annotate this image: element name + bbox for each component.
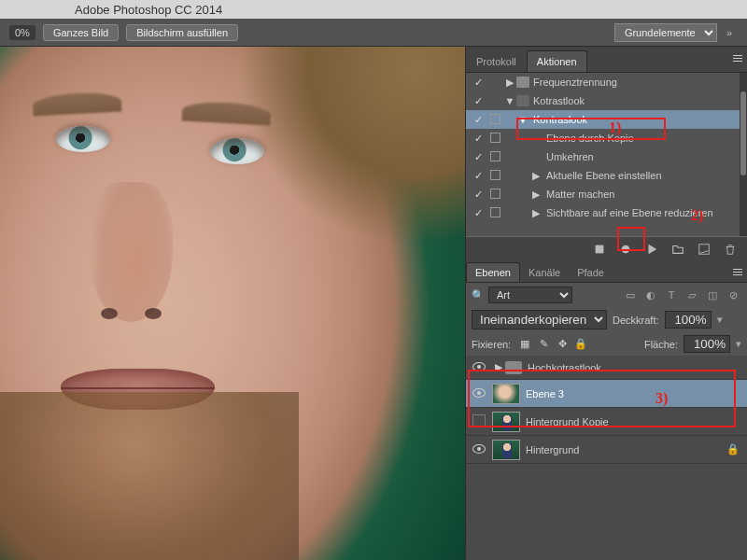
filter-adjust-icon[interactable]: ◐ [642, 287, 659, 303]
filter-smart-icon[interactable]: ◫ [704, 287, 721, 303]
layer-list[interactable]: ▶HochkotrastlookEbene 3Hintergrund Kopie… [466, 356, 747, 560]
modal-toggle[interactable] [486, 133, 503, 145]
action-row[interactable]: ✓▶Sichtbare auf eine Ebene reduzieren [466, 203, 747, 222]
layer-filter-kind[interactable]: Art [488, 287, 572, 303]
chevron-down-icon[interactable]: ▾ [736, 338, 741, 350]
filter-toggle-icon[interactable]: ⊘ [725, 287, 741, 303]
check-icon[interactable]: ✓ [470, 77, 486, 89]
action-row[interactable]: ✓Ebene durch Kopie [466, 129, 747, 147]
check-icon[interactable]: ✓ [470, 114, 486, 126]
fill-screen-button[interactable]: Bildschirm ausfüllen [126, 24, 238, 41]
fill-label: Fläche: [644, 339, 678, 350]
check-icon[interactable]: ✓ [470, 151, 486, 163]
stop-icon[interactable] [586, 239, 613, 259]
layer-thumbnail[interactable] [492, 384, 520, 404]
visibility-toggle[interactable] [466, 388, 492, 399]
action-label: Umkehren [543, 151, 747, 162]
action-label: Sichtbare auf eine Ebene reduzieren [543, 207, 747, 218]
opacity-input[interactable] [665, 311, 712, 329]
modal-toggle[interactable] [486, 151, 503, 163]
modal-toggle[interactable] [486, 170, 503, 182]
eye-icon [472, 388, 486, 398]
tab-paths[interactable]: Pfade [569, 263, 613, 282]
action-row[interactable]: ✓Umkehren [466, 147, 747, 166]
expander-icon[interactable]: ▶ [492, 361, 505, 373]
expander-icon[interactable]: ▼ [503, 95, 516, 106]
expander-icon[interactable]: ▼ [516, 114, 529, 125]
lock-icon: 🔒 [726, 443, 741, 455]
expander-icon[interactable]: ▶ [503, 77, 516, 89]
fill-input[interactable] [684, 335, 730, 353]
layer-name[interactable]: Hintergrund [526, 444, 726, 455]
folder-icon [516, 77, 529, 88]
filter-type-icon[interactable]: T [663, 287, 680, 303]
layer-group[interactable]: ▶Hochkotrastlook [466, 356, 747, 380]
action-row[interactable]: ✓▼Kotrastlook [466, 91, 747, 110]
lock-position-icon[interactable]: ✥ [556, 338, 569, 351]
layer-blend-row: Ineinanderkopieren Deckkraft: ▾ [466, 307, 747, 332]
action-row[interactable]: ✓▶Matter machen [466, 185, 747, 203]
zoom-level[interactable]: 0% [9, 25, 35, 40]
layer-item[interactable]: Hintergrund Kopie [466, 408, 747, 436]
check-icon[interactable]: ✓ [470, 95, 486, 107]
layer-item[interactable]: Hintergrund🔒 [466, 436, 747, 464]
layer-name[interactable]: Hintergrund Kopie [526, 416, 747, 427]
panel-menu-icon[interactable] [730, 264, 745, 279]
action-row[interactable]: ✓▶Aktuelle Ebene einstellen [466, 166, 747, 185]
play-icon[interactable] [639, 239, 665, 259]
layers-panel-tabs: Ebenen Kanäle Pfade [466, 260, 747, 283]
visibility-toggle[interactable] [466, 362, 492, 373]
action-label: Ebene durch Kopie [543, 133, 747, 144]
modal-toggle[interactable] [486, 207, 503, 219]
tab-channels[interactable]: Kanäle [520, 263, 569, 282]
filter-shape-icon[interactable]: ▱ [684, 287, 700, 303]
visibility-toggle[interactable] [466, 444, 492, 455]
layer-name[interactable]: Ebene 3 [526, 388, 747, 399]
check-icon[interactable]: ✓ [470, 133, 486, 145]
workspace-search-icon[interactable]: » [721, 27, 738, 38]
tab-actions[interactable]: Aktionen [527, 50, 587, 72]
action-row[interactable]: ✓▶Frequenztrennung [466, 73, 747, 91]
expander-icon[interactable]: ▶ [529, 189, 543, 201]
layer-thumbnail[interactable] [492, 412, 520, 432]
eye-icon [472, 362, 486, 371]
actions-panel-tabs: Protokoll Aktionen [466, 47, 747, 73]
layer-thumbnail[interactable] [492, 440, 520, 460]
tab-layers[interactable]: Ebenen [466, 262, 520, 282]
fit-screen-button[interactable]: Ganzes Bild [43, 24, 119, 41]
action-label: Frequenztrennung [529, 77, 747, 88]
action-label: Kontraslook [529, 114, 747, 125]
record-icon[interactable] [613, 239, 639, 259]
blend-mode-select[interactable]: Ineinanderkopieren [472, 310, 607, 329]
trash-icon[interactable] [717, 239, 743, 259]
layer-item[interactable]: Ebene 3 [466, 380, 747, 408]
action-row[interactable]: ✓▼Kontraslook [466, 110, 747, 129]
tab-history[interactable]: Protokoll [466, 50, 527, 72]
new-action-icon[interactable] [691, 239, 717, 259]
workspace-select[interactable]: Grundelemente [614, 23, 717, 42]
callout-1: 1) [609, 119, 621, 136]
visibility-toggle[interactable] [466, 414, 492, 429]
lock-all-icon[interactable]: 🔒 [574, 338, 587, 351]
panel-menu-icon[interactable] [730, 50, 745, 65]
check-icon[interactable]: ✓ [470, 170, 486, 182]
callout-2: 2) [691, 207, 703, 224]
filter-image-icon[interactable]: ▭ [622, 287, 639, 303]
expander-icon[interactable]: ▶ [529, 170, 543, 182]
new-set-icon[interactable] [665, 239, 691, 259]
actions-list[interactable]: ✓▶Frequenztrennung✓▼Kotrastlook✓▼Kontras… [466, 73, 747, 236]
lock-pixels-icon[interactable]: ✎ [537, 338, 550, 351]
image-canvas[interactable] [0, 47, 465, 560]
chevron-down-icon[interactable]: ▾ [717, 314, 723, 326]
svg-rect-3 [699, 244, 710, 254]
check-icon[interactable]: ✓ [470, 207, 486, 219]
lock-transparency-icon[interactable]: ▦ [518, 338, 531, 351]
layer-lock-row: Fixieren: ▦ ✎ ✥ 🔒 Fläche: ▾ [466, 332, 747, 356]
check-icon[interactable]: ✓ [470, 189, 486, 201]
callout-3: 3) [655, 390, 668, 407]
svg-rect-0 [596, 245, 604, 253]
layer-name[interactable]: Hochkotrastlook [528, 362, 747, 373]
modal-toggle[interactable] [486, 114, 503, 126]
modal-toggle[interactable] [486, 189, 503, 201]
expander-icon[interactable]: ▶ [529, 207, 543, 219]
